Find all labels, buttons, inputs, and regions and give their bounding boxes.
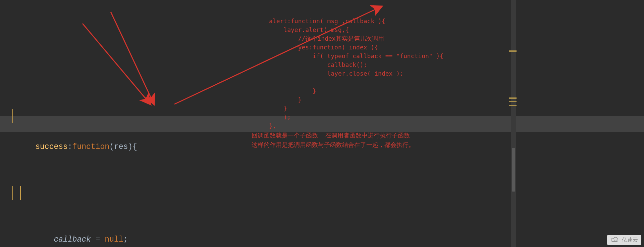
watermark: 亿速云 <box>607 235 641 245</box>
scrollbar-track[interactable] <box>511 0 516 247</box>
scrollbar-thumb[interactable] <box>512 148 515 192</box>
gutter-marker <box>509 105 517 106</box>
cloud-icon <box>610 236 620 244</box>
gutter-marker <box>509 97 517 99</box>
svg-point-3 <box>614 240 615 241</box>
token-function: function <box>72 142 109 151</box>
watermark-text: 亿速云 <box>622 237 638 244</box>
token-res: res <box>114 142 128 151</box>
annotation-code: alert:function( msg ,callback ){ layer.a… <box>269 8 443 130</box>
gutter-marker <box>509 101 517 102</box>
gutter-marker <box>509 50 517 52</box>
annotation-explain-1: 回调函数就是一个子函数 在调用者函数中进行执行子函数 <box>252 131 410 140</box>
code-line: callback = null; <box>0 186 644 201</box>
fold-guide <box>12 109 13 123</box>
token-null: null <box>105 235 123 244</box>
token-success: success <box>35 142 68 151</box>
annotation-explain-2: 这样的作用是把调用函数与子函数结合在了一起，都会执行。 <box>252 140 415 149</box>
token-callback: callback <box>54 235 91 244</box>
svg-point-4 <box>615 240 616 241</box>
